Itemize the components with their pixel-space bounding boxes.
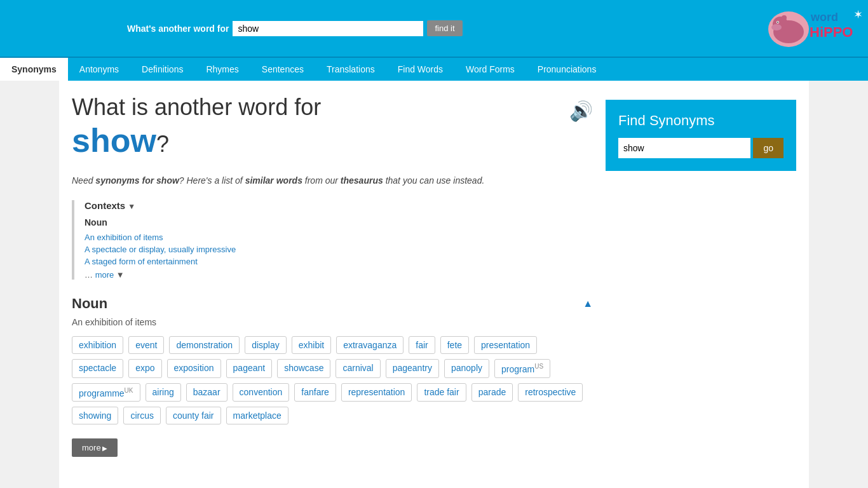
word-highlight: show xyxy=(72,122,156,159)
context-link-2[interactable]: A spectacle or display, usually impressi… xyxy=(85,245,593,254)
find-synonyms-title: Find Synonyms xyxy=(618,112,783,129)
word-tag[interactable]: retrospective xyxy=(518,383,583,402)
title-prefix: What is another word for xyxy=(72,94,321,120)
word-tag[interactable]: circus xyxy=(123,407,161,424)
word-tag[interactable]: county fair xyxy=(166,407,221,424)
word-tag[interactable]: panoply xyxy=(444,359,489,378)
nav-find-words[interactable]: Find Words xyxy=(386,58,454,81)
nav-word-forms[interactable]: Word Forms xyxy=(454,58,526,81)
word-tag[interactable]: fanfare xyxy=(294,383,336,402)
svg-text:word: word xyxy=(810,11,838,24)
word-tag[interactable]: programUS xyxy=(494,359,550,378)
nav-pronunciations[interactable]: Pronunciations xyxy=(526,58,608,81)
word-tag[interactable]: programmeUK xyxy=(72,383,140,402)
nav-translations[interactable]: Translations xyxy=(315,58,386,81)
word-tag[interactable]: extravaganza xyxy=(336,336,403,354)
word-tag[interactable]: bazaar xyxy=(186,383,227,402)
word-tag[interactable]: marketplace xyxy=(226,407,288,424)
word-tag[interactable]: exhibit xyxy=(292,336,331,354)
word-tag[interactable]: fair xyxy=(409,336,435,354)
nav-antonyms[interactable]: Antonyms xyxy=(68,58,130,81)
noun-section-subtitle: An exhibition of items xyxy=(72,317,593,327)
word-tag[interactable]: display xyxy=(245,336,287,354)
nav-definitions[interactable]: Definitions xyxy=(130,58,194,81)
page-title: What is another word for show? xyxy=(72,93,321,161)
noun-label: Noun xyxy=(85,217,593,227)
nav-sentences[interactable]: Sentences xyxy=(250,58,315,81)
word-tag[interactable]: fete xyxy=(440,336,469,354)
word-tags-container: exhibition event demonstration display e… xyxy=(72,336,593,424)
nav-rhymes[interactable]: Rhymes xyxy=(194,58,250,81)
word-tag[interactable]: representation xyxy=(341,383,412,402)
word-tag[interactable]: pageant xyxy=(226,359,273,378)
word-tag[interactable]: trade fair xyxy=(417,383,466,402)
nav-synonyms[interactable]: Synonyms xyxy=(0,58,68,81)
svg-point-6 xyxy=(782,15,787,20)
collapse-button[interactable]: ▲ xyxy=(583,298,593,309)
search-label: What's another word for xyxy=(127,24,229,34)
word-tag[interactable]: showcase xyxy=(277,359,330,378)
svg-point-5 xyxy=(777,22,778,23)
more-button[interactable]: more xyxy=(72,438,118,457)
search-input[interactable] xyxy=(233,21,423,36)
word-tag[interactable]: airing xyxy=(146,383,181,402)
title-suffix: ? xyxy=(156,131,169,157)
description: Need synonyms for show? Here's a list of… xyxy=(72,173,593,187)
word-tag[interactable]: event xyxy=(128,336,164,354)
context-link-1[interactable]: An exhibition of items xyxy=(85,233,593,242)
svg-text:HiPPO: HiPPO xyxy=(810,24,853,40)
svg-point-3 xyxy=(771,24,782,30)
word-tag[interactable]: presentation xyxy=(474,336,537,354)
speaker-icon[interactable]: 🔊 xyxy=(569,100,593,122)
word-tag[interactable]: carnival xyxy=(336,359,380,378)
word-tag[interactable]: demonstration xyxy=(169,336,240,354)
noun-section-title: Noun xyxy=(72,295,107,312)
word-tag[interactable]: exhibition xyxy=(72,336,123,354)
word-tag[interactable]: parade xyxy=(471,383,513,402)
find-it-button[interactable]: find it xyxy=(427,20,462,36)
word-tag[interactable]: exposition xyxy=(167,359,221,378)
word-tag[interactable]: convention xyxy=(233,383,290,402)
context-link-3[interactable]: A staged form of entertainment xyxy=(85,257,593,266)
synonym-search-input[interactable] xyxy=(618,138,750,158)
contexts-toggle[interactable]: Contexts ▼ xyxy=(85,200,593,211)
find-synonyms-box: Find Synonyms go xyxy=(606,100,796,171)
word-tag[interactable]: pageantry xyxy=(386,359,439,378)
logo: word HiPPO xyxy=(766,5,855,51)
word-tag[interactable]: spectacle xyxy=(72,359,123,378)
word-tag[interactable]: showing xyxy=(72,407,118,424)
word-tag[interactable]: expo xyxy=(128,359,161,378)
star-icon: ✶ xyxy=(853,8,863,22)
go-button[interactable]: go xyxy=(753,138,783,158)
more-contexts[interactable]: … more ▼ xyxy=(85,270,593,280)
